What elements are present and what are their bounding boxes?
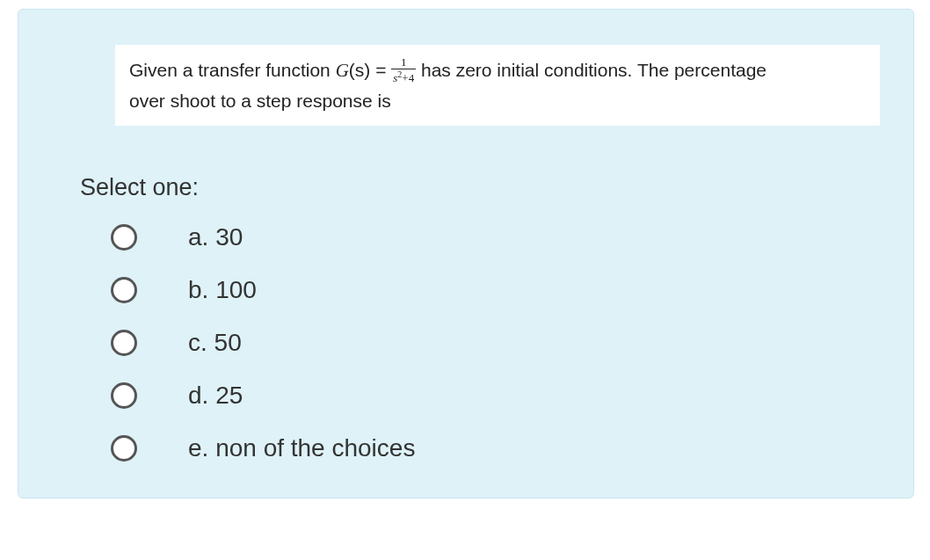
options-list: a. 30 b. 100 c. 50 d. 25 e. non of the c… (80, 223, 852, 462)
g-symbol: G (336, 60, 349, 81)
question-card: Given a transfer function G(s) = 1s2+4 h… (18, 9, 914, 498)
denominator-rest: +4 (402, 71, 414, 84)
option-d[interactable]: d. 25 (111, 382, 852, 410)
option-c[interactable]: c. 50 (111, 329, 852, 357)
equals-sign: = (370, 60, 391, 80)
question-prefix: Given a transfer function (129, 60, 336, 80)
select-one-label: Select one: (80, 174, 852, 201)
question-line2: over shoot to a step response is (129, 91, 391, 111)
fraction-denominator: s2+4 (391, 69, 416, 84)
s-symbol: (s) (349, 60, 371, 80)
radio-icon[interactable] (111, 382, 137, 409)
option-label: d. 25 (188, 382, 243, 410)
question-text: Given a transfer function G(s) = 1s2+4 h… (115, 45, 880, 126)
option-b[interactable]: b. 100 (111, 276, 852, 304)
option-label: e. non of the choices (188, 434, 415, 462)
radio-icon[interactable] (111, 435, 137, 462)
option-e[interactable]: e. non of the choices (111, 434, 852, 462)
option-label: a. 30 (188, 223, 243, 251)
radio-icon[interactable] (111, 330, 137, 356)
radio-icon[interactable] (111, 277, 137, 303)
radio-icon[interactable] (111, 224, 137, 251)
option-label: c. 50 (188, 329, 242, 357)
option-a[interactable]: a. 30 (111, 223, 852, 251)
fraction-numerator: 1 (391, 56, 416, 69)
fraction: 1s2+4 (391, 56, 416, 84)
option-label: b. 100 (188, 276, 257, 304)
question-mid: has zero initial conditions. The percent… (416, 60, 767, 80)
